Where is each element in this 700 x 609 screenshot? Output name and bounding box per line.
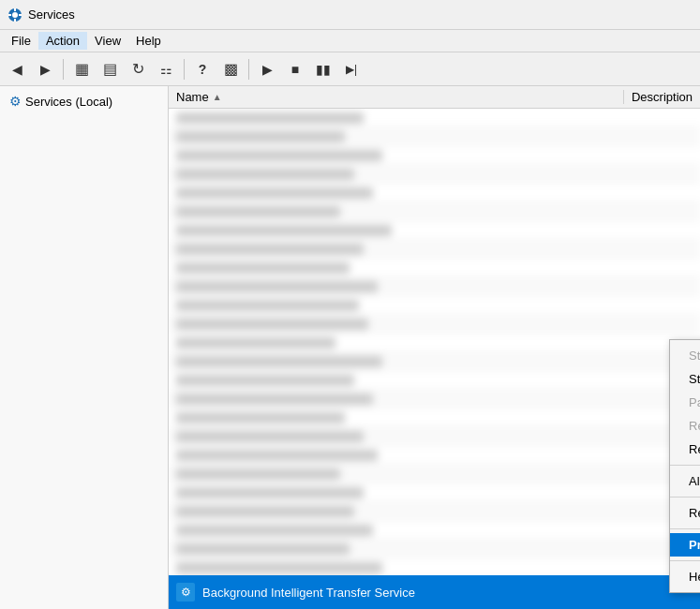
toolbar: ◀ ▶ ▦ ▤ ↻ ⚏ ? ▩ ▶ ■ ▮▮ ▶| <box>0 52 700 86</box>
main-content: ⚙ Services (Local) Name ▲ Description <box>0 86 700 609</box>
selected-row-icon: ⚙ <box>176 583 195 602</box>
table-body[interactable]: ⚙ Background Intelligent Transfer Servic… <box>169 109 700 609</box>
table-header: Name ▲ Description <box>169 86 700 109</box>
table-row <box>169 184 700 202</box>
table-row <box>169 483 700 502</box>
svg-rect-2 <box>14 8 16 11</box>
table-row <box>169 296 700 315</box>
services-local-gear-icon: ⚙ <box>9 94 22 109</box>
ctx-stop[interactable]: Stop <box>670 367 700 391</box>
ctx-sep-3 <box>670 528 700 529</box>
services-local-item[interactable]: ⚙ Services (Local) <box>4 90 164 112</box>
ctx-pause[interactable]: Pause <box>670 391 700 414</box>
table-row <box>169 315 700 334</box>
table-row <box>169 352 700 371</box>
svg-rect-4 <box>8 14 11 16</box>
table-row <box>169 277 700 296</box>
menu-action[interactable]: Action <box>38 32 87 50</box>
help-toolbar-button[interactable]: ? <box>189 56 216 82</box>
ctx-refresh[interactable]: Refresh <box>670 501 700 525</box>
table-row <box>169 371 700 390</box>
toolbar-sep-3 <box>248 59 249 80</box>
toolbar-sep-1 <box>63 59 64 80</box>
table-row <box>169 427 700 446</box>
ctx-resume[interactable]: Resume <box>670 414 700 438</box>
table-row <box>169 127 700 146</box>
menu-bar: File Action View Help <box>0 30 700 52</box>
toolbar-sep-2 <box>184 59 185 80</box>
svg-point-1 <box>12 12 18 18</box>
table-row <box>169 408 700 427</box>
menu-file[interactable]: File <box>4 32 38 50</box>
ctx-start[interactable]: Start <box>670 344 700 367</box>
table-row <box>169 109 700 127</box>
table-row <box>169 502 700 521</box>
table-row <box>169 240 700 259</box>
title-bar-icon <box>7 7 22 22</box>
table-row <box>169 165 700 184</box>
svg-rect-5 <box>19 14 22 16</box>
context-menu: Start Stop Pause Resume Restart All Task… <box>669 339 700 593</box>
table-row <box>169 465 700 483</box>
col-name-label: Name <box>176 90 209 104</box>
table-row <box>169 390 700 408</box>
svg-rect-3 <box>14 19 16 22</box>
show-console-tree-button[interactable]: ▦ <box>68 56 95 82</box>
refresh-toolbar-button[interactable]: ↻ <box>125 56 151 82</box>
sort-arrow-icon: ▲ <box>213 92 222 102</box>
ctx-all-tasks[interactable]: All Tasks › <box>670 469 700 493</box>
table-row <box>169 521 700 540</box>
table-row <box>169 146 700 165</box>
ctx-sep-1 <box>670 465 700 466</box>
title-bar-text: Services <box>28 7 75 22</box>
ctx-all-tasks-label: All Tasks <box>689 474 700 488</box>
table-row <box>169 446 700 465</box>
table-row <box>169 221 700 240</box>
export-list-button[interactable]: ⚏ <box>153 56 179 82</box>
col-desc-header[interactable]: Description <box>624 90 700 104</box>
title-bar: Services <box>0 0 700 30</box>
ctx-properties[interactable]: Properties <box>670 533 700 557</box>
left-panel: ⚙ Services (Local) <box>0 86 169 609</box>
back-button[interactable]: ◀ <box>4 56 30 82</box>
restart-service-button[interactable]: ▶| <box>338 56 365 82</box>
services-local-label: Services (Local) <box>25 95 112 109</box>
col-desc-label: Description <box>632 90 693 104</box>
right-panel: Name ▲ Description <box>169 86 700 609</box>
properties-toolbar-button[interactable]: ▤ <box>97 56 123 82</box>
forward-button[interactable]: ▶ <box>32 56 58 82</box>
table-row <box>169 202 700 221</box>
pause-service-button[interactable]: ▮▮ <box>310 56 336 82</box>
ctx-sep-4 <box>670 560 700 561</box>
menu-view[interactable]: View <box>87 32 128 50</box>
start-service-button[interactable]: ▶ <box>254 56 280 82</box>
menu-help[interactable]: Help <box>128 32 169 50</box>
ctx-sep-2 <box>670 497 700 498</box>
selected-service-row[interactable]: ⚙ Background Intelligent Transfer Servic… <box>169 575 700 609</box>
table-row <box>169 540 700 558</box>
table-row <box>169 558 700 577</box>
ctx-restart[interactable]: Restart <box>670 438 700 461</box>
table-row <box>169 259 700 277</box>
table-row <box>169 334 700 352</box>
col-name-header[interactable]: Name ▲ <box>169 90 624 104</box>
blurred-rows-container <box>169 109 700 572</box>
ctx-help[interactable]: Help <box>670 565 700 588</box>
stop-service-button[interactable]: ■ <box>282 56 308 82</box>
view-button[interactable]: ▩ <box>217 56 244 82</box>
selected-row-name: Background Intelligent Transfer Service <box>202 586 415 600</box>
